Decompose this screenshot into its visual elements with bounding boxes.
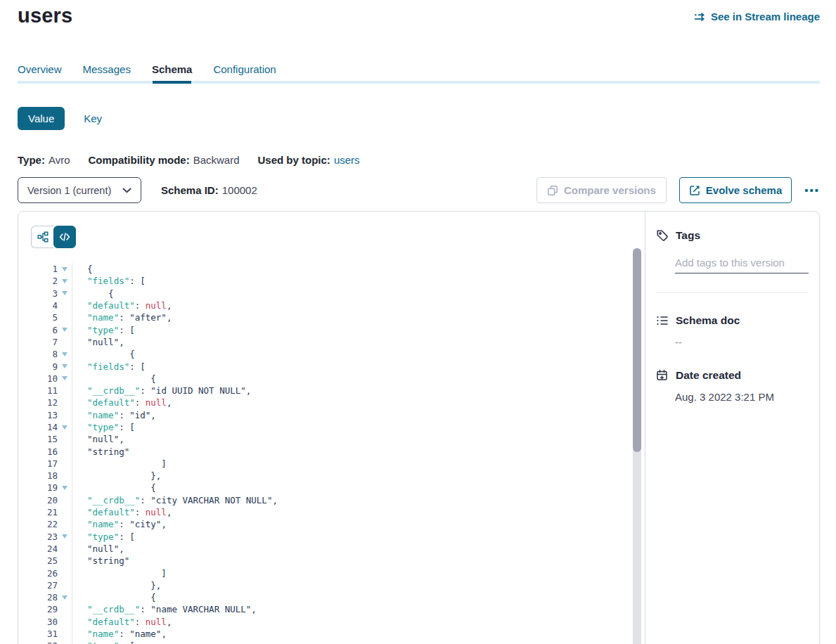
- tree-view-icon: [37, 231, 49, 243]
- date-created-section: Date created Aug. 3 2022 3:21 PM: [656, 369, 808, 403]
- code-line: 30 "default": null,: [31, 616, 645, 628]
- line-number: 10: [31, 373, 58, 384]
- compare-versions-label: Compare versions: [564, 184, 656, 196]
- line-number: 11: [31, 385, 58, 396]
- fold-spacer: [58, 458, 72, 470]
- tab-bar: Overview Messages Schema Configuration: [18, 63, 276, 78]
- value-toggle-button[interactable]: Value: [18, 107, 65, 130]
- line-number: 4: [31, 300, 58, 311]
- line-number: 2: [31, 276, 58, 286]
- line-number: 29: [31, 604, 58, 614]
- line-number: 30: [31, 617, 58, 627]
- fold-toggle-icon[interactable]: [58, 591, 72, 603]
- tab-messages[interactable]: Messages: [83, 63, 131, 78]
- code-line: 7 "null",: [31, 336, 645, 348]
- code-text: "default": null,: [72, 397, 172, 408]
- schema-doc-title: Schema doc: [676, 314, 740, 327]
- code-text: "name": "name",: [72, 628, 167, 640]
- used-by-topic-field: Used by topic:users: [258, 154, 360, 166]
- tab-overview[interactable]: Overview: [18, 63, 62, 78]
- fold-spacer: [58, 300, 72, 311]
- fold-toggle-icon[interactable]: [58, 482, 72, 494]
- code-line: 29 "__crdb__": "name VARCHAR NULL",: [31, 603, 645, 615]
- tab-schema[interactable]: Schema: [152, 63, 193, 78]
- code-text: "__crdb__": "name VARCHAR NULL",: [72, 603, 257, 615]
- code-line: 10 {: [31, 373, 645, 385]
- fold-toggle-icon[interactable]: [58, 288, 72, 300]
- line-number: 27: [31, 580, 58, 591]
- code-line: 21 "default": null,: [31, 506, 645, 518]
- fold-toggle-icon[interactable]: [58, 323, 72, 335]
- fold-toggle-icon[interactable]: [58, 275, 72, 287]
- fold-spacer: [58, 555, 72, 567]
- value-key-toggle: Value Key: [18, 107, 102, 130]
- code-scrollbar-track[interactable]: [633, 248, 641, 644]
- key-toggle-link[interactable]: Key: [84, 112, 102, 124]
- stream-lineage-link[interactable]: See in Stream lineage: [694, 11, 820, 22]
- code-text: {: [72, 263, 93, 275]
- line-number: 14: [31, 422, 58, 432]
- compare-versions-button[interactable]: Compare versions: [536, 177, 667, 203]
- code-text: {: [72, 373, 156, 385]
- fold-spacer: [58, 579, 72, 591]
- code-text: },: [72, 470, 161, 482]
- fold-toggle-icon[interactable]: [58, 531, 72, 543]
- line-number: 31: [31, 629, 58, 639]
- fold-toggle-icon[interactable]: [58, 263, 72, 275]
- tree-view-button[interactable]: [31, 226, 53, 248]
- code-text: "type": [: [72, 531, 135, 543]
- code-view-button[interactable]: [53, 226, 76, 248]
- line-number: 7: [31, 337, 58, 347]
- schema-doc-section: Schema doc --: [656, 314, 808, 348]
- fold-toggle-icon[interactable]: [58, 360, 72, 372]
- code-text: "__crdb__": "id UUID NOT NULL",: [72, 385, 251, 397]
- line-number: 32: [31, 640, 58, 644]
- schema-id-field: Schema ID:100002: [161, 184, 257, 196]
- fold-toggle-icon[interactable]: [58, 421, 72, 433]
- code-text: {: [72, 591, 156, 603]
- fold-spacer: [58, 603, 72, 615]
- tab-underline: [18, 81, 820, 84]
- code-scrollbar-thumb[interactable]: [633, 248, 641, 452]
- code-line: 4 "default": null,: [31, 300, 645, 311]
- topic-link[interactable]: users: [334, 154, 360, 166]
- evolve-schema-button[interactable]: Evolve schema: [679, 177, 792, 203]
- schema-view-toggle: [31, 226, 76, 248]
- code-text: "name": "city",: [72, 518, 167, 530]
- fold-toggle-icon[interactable]: [58, 348, 72, 360]
- add-tags-input[interactable]: [675, 255, 809, 273]
- code-line: 8 {: [31, 348, 645, 360]
- tab-configuration[interactable]: Configuration: [213, 63, 276, 78]
- code-line: 9 "fields": [: [31, 360, 645, 372]
- line-number: 12: [31, 397, 58, 408]
- line-number: 3: [31, 288, 58, 299]
- schema-doc-header: Schema doc: [656, 314, 808, 327]
- version-select[interactable]: Version 1 (current): [18, 177, 141, 203]
- line-number: 24: [31, 543, 58, 554]
- fold-spacer: [58, 311, 72, 323]
- schema-controls-row: Version 1 (current) Schema ID:100002 Com…: [18, 177, 820, 203]
- code-line: 22 "name": "city",: [31, 518, 645, 530]
- evolve-schema-label: Evolve schema: [706, 184, 782, 196]
- code-view-icon: [59, 231, 70, 243]
- code-line: 31 "name": "name",: [31, 628, 645, 640]
- code-line: 2 "fields": [: [31, 275, 645, 287]
- fold-spacer: [58, 567, 72, 579]
- code-text: "string": [72, 555, 129, 567]
- code-text: "string": [72, 445, 129, 457]
- code-text: "name": "after",: [72, 311, 172, 323]
- fold-spacer: [58, 616, 72, 628]
- fold-toggle-icon[interactable]: [58, 640, 72, 644]
- code-text: {: [72, 348, 135, 360]
- line-number: 16: [31, 446, 58, 457]
- code-line: 26 ]: [31, 567, 645, 579]
- code-text: "default": null,: [72, 616, 172, 628]
- chevron-down-icon: [122, 188, 131, 193]
- evolve-schema-icon: [689, 185, 700, 196]
- tags-section-header: Tags: [656, 229, 808, 242]
- calendar-plus-icon: [656, 369, 669, 382]
- fold-toggle-icon[interactable]: [58, 373, 72, 385]
- more-actions-button[interactable]: •••: [804, 184, 820, 196]
- schema-sidebar: Tags Schema doc --: [645, 212, 819, 644]
- line-number: 26: [31, 568, 58, 579]
